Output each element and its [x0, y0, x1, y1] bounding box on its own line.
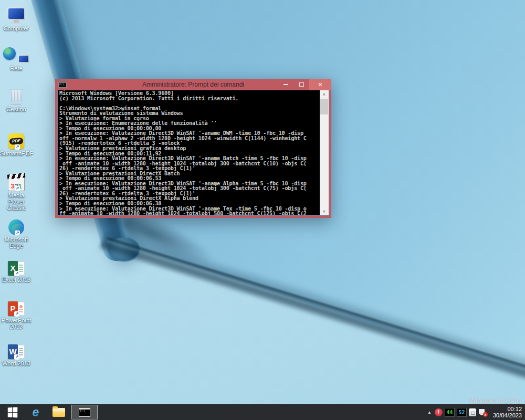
desktop-icon-label: PowerPoint 2013 [0, 317, 33, 330]
show-hidden-icons-button[interactable]: ▲ [427, 410, 432, 415]
close-button[interactable]: ✕ [309, 79, 331, 90]
desktop-icon-sumatrapdf[interactable]: PDF↗ SumatraPDF [0, 129, 33, 156]
computer-icon [0, 4, 33, 24]
desktop-icon-label: Computer [0, 25, 33, 32]
taskbar-cmd-button-active[interactable]: C:\ [71, 405, 98, 419]
taskbar-internet-explorer-button[interactable]: e [24, 404, 47, 420]
recycle-bin-icon [0, 85, 33, 105]
console-scrollbar[interactable]: ˄ ˅ [320, 90, 329, 215]
word-icon: W ↗ [0, 339, 33, 359]
desktop-icon-label: Microsoft Edge [0, 236, 33, 249]
maximize-icon [299, 82, 304, 87]
taskbar-clock[interactable]: 00:12 30/04/2023 [489, 406, 522, 418]
clock-date: 30/04/2023 [493, 412, 522, 418]
minimize-button[interactable] [278, 79, 293, 90]
shortcut-arrow-icon: ↗ [15, 230, 20, 235]
desktop-icon-excel[interactable]: X ↗ Excel 2013 [0, 256, 33, 283]
scrollbar-thumb[interactable] [320, 99, 328, 114]
desktop-icon-label: Excel 2013 [0, 277, 33, 283]
powerpoint-icon: P ↗ [0, 296, 33, 316]
shortcut-arrow-icon: ↗ [14, 271, 19, 276]
tray-network-icon[interactable]: x [478, 408, 487, 416]
desktop-icon-network[interactable]: Rete [0, 44, 33, 71]
desktop-icon-label: SumatraPDF [0, 150, 33, 156]
console-text[interactable]: Microsoft Windows [Versione 6.3.9600](c)… [58, 90, 320, 215]
network-icon [0, 44, 33, 64]
windows-logo-icon [7, 407, 17, 417]
watermark-line1: Windows 8.1 Pro [469, 397, 521, 405]
file-explorer-icon [52, 408, 65, 417]
desktop-icon-computer[interactable]: Computer [0, 4, 33, 32]
desktop-icon-media-player-classic[interactable]: 321 ↗ Media Player Classic [0, 171, 33, 211]
shortcut-arrow-icon: ↗ [14, 354, 19, 360]
tray-temp-cyan-icon[interactable]: 52 [457, 408, 467, 417]
minimize-icon [284, 84, 288, 85]
window-titlebar[interactable]: C:\ Amministratore: Prompt dei comandi ✕ [55, 79, 331, 90]
tray-alert-icon[interactable]: ! [435, 408, 443, 416]
shortcut-arrow-icon: ↗ [15, 186, 20, 191]
tray-temp-green-icon[interactable]: 44 [445, 408, 455, 417]
desktop-icon-word[interactable]: W ↗ Word 2013 [0, 339, 33, 366]
taskbar: e C:\ ▲ ! 44 52 x 00:12 30/04/2023 [0, 404, 525, 420]
console-client-area[interactable]: Microsoft Windows [Versione 6.3.9600](c)… [58, 90, 329, 215]
command-prompt-window[interactable]: C:\ Amministratore: Prompt dei comandi ✕… [55, 79, 331, 218]
cmd-icon: C:\ [79, 408, 90, 417]
scroll-up-icon[interactable]: ˄ [320, 90, 329, 98]
taskbar-file-explorer-button[interactable] [47, 404, 70, 420]
excel-icon: X ↗ [0, 256, 33, 276]
scroll-down-icon[interactable]: ˅ [320, 207, 329, 215]
desktop-icon-label: Media Player Classic [0, 192, 33, 211]
clock-time: 00:12 [493, 406, 522, 412]
shortcut-arrow-icon: ↗ [14, 311, 19, 317]
desktop-icon-microsoft-edge[interactable]: ↗ Microsoft Edge [0, 215, 33, 249]
start-button[interactable] [0, 404, 24, 420]
console-line: ff -animate 10 -width 1280 -height 1024 … [59, 211, 320, 215]
tray-device-icon[interactable] [469, 408, 476, 416]
console-line: (c) 2013 Microsoft Corporation. Tutti i … [59, 96, 320, 101]
internet-explorer-icon: e [33, 406, 39, 418]
media-player-classic-icon: 321 ↗ [0, 171, 33, 191]
desktop-icon-recycle-bin[interactable]: Cestino [0, 85, 33, 112]
sumatrapdf-icon: PDF↗ [0, 129, 33, 149]
desktop-icon-powerpoint[interactable]: P ↗ PowerPoint 2013 [0, 296, 33, 330]
shortcut-arrow-icon: ↗ [15, 144, 20, 150]
microsoft-edge-icon: ↗ [0, 215, 33, 235]
desktop-icon-label: Rete [0, 65, 33, 71]
maximize-button[interactable] [293, 79, 309, 90]
network-disconnected-badge: x [483, 412, 488, 417]
desktop-icon-label: Cestino [0, 106, 33, 112]
close-icon: ✕ [318, 81, 322, 88]
desktop-icon-label: Word 2013 [0, 360, 33, 366]
